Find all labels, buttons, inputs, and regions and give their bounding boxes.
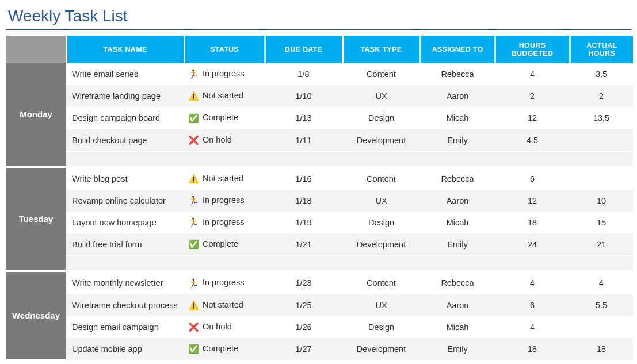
table-row: Revamp online calculator🏃In progress1/18… [6, 190, 633, 212]
table-row: Build free trial form✅Complete1/21Develo… [6, 233, 633, 256]
cell-task-type: Content [342, 63, 420, 85]
cell-hours-budgeted: 24 [495, 233, 570, 256]
header-assigned-to: ASSIGNED TO [420, 36, 495, 63]
header-task-type: TASK TYPE [342, 36, 420, 63]
cell-task-name: Wireframe landing page [66, 85, 184, 107]
cell-due-date: 1/8 [265, 63, 342, 85]
cell-task-type: Design [342, 316, 420, 338]
table-row: Layout new homepage🏃In progress1/19Desig… [6, 212, 633, 233]
spacer-row [6, 152, 633, 167]
cell-status: ❌On hold [184, 129, 265, 152]
cell-hours-budgeted: 6 [495, 167, 570, 190]
cell-assigned-to: Micah [420, 107, 495, 129]
cell-status: ✅Complete [184, 107, 265, 129]
header-hours-budgeted: HOURS BUDGETED [495, 36, 570, 63]
on_hold-icon: ❌ [188, 135, 199, 145]
cell-actual-hours: 2 [570, 85, 633, 107]
cell-assigned-to: Rebecca [420, 271, 495, 294]
status-label: On hold [203, 135, 232, 144]
status-label: In progress [203, 69, 245, 78]
sheet: Weekly Task List TASK NAME STATUS DUE DA… [6, 6, 631, 361]
cell-hours-budgeted: 6 [495, 294, 570, 316]
header-task-name: TASK NAME [66, 36, 184, 63]
cell-due-date: 1/13 [265, 107, 342, 129]
cell-hours-budgeted: 4 [495, 63, 570, 85]
cell-task-type: Development [342, 338, 420, 360]
not_started-icon: ⚠️ [188, 300, 199, 311]
cell-task-name: Build checkout page [66, 129, 184, 152]
cell-status: ✅Complete [184, 338, 265, 360]
table-row: Build checkout page❌On hold1/11Developme… [6, 129, 633, 152]
complete-icon: ✅ [188, 239, 199, 250]
cell-status: 🏃In progress [184, 190, 265, 212]
cell-due-date: 1/21 [265, 233, 342, 256]
cell-task-name: Write blog post [66, 167, 184, 190]
cell-assigned-to: Micah [420, 212, 495, 233]
cell-actual-hours: 21 [570, 233, 633, 256]
cell-task-type: UX [342, 294, 420, 316]
header-row: TASK NAME STATUS DUE DATE TASK TYPE ASSI… [6, 36, 633, 63]
cell-assigned-to: Emily [420, 338, 495, 360]
cell-actual-hours: 13.5 [570, 107, 633, 129]
day-cell: Wednesday [6, 271, 66, 360]
page-title: Weekly Task List [6, 6, 631, 30]
table-row: Wireframe landing page⚠️Not started1/10U… [6, 85, 633, 107]
task-table: TASK NAME STATUS DUE DATE TASK TYPE ASSI… [6, 36, 633, 361]
spacer-row [6, 256, 633, 271]
cell-actual-hours [570, 167, 633, 190]
cell-due-date: 1/11 [265, 129, 342, 152]
cell-due-date: 1/16 [265, 167, 342, 190]
status-label: Complete [203, 113, 238, 122]
cell-due-date: 1/26 [265, 316, 342, 338]
cell-task-name: Wireframe checkout process [66, 294, 184, 316]
cell-due-date: 1/10 [265, 85, 342, 107]
cell-hours-budgeted: 4.5 [495, 129, 570, 152]
cell-hours-budgeted: 4 [495, 271, 570, 294]
cell-task-name: Write monthly newsletter [66, 271, 184, 294]
cell-actual-hours: 4 [570, 271, 633, 294]
table-row: Design email campaign❌On hold1/26DesignM… [6, 316, 633, 338]
status-label: Not started [203, 91, 243, 100]
cell-actual-hours: 10 [570, 190, 633, 212]
cell-actual-hours [570, 316, 633, 338]
cell-assigned-to: Rebecca [420, 63, 495, 85]
header-status: STATUS [184, 36, 265, 63]
header-due-date: DUE DATE [265, 36, 342, 63]
cell-status: ⚠️Not started [184, 294, 265, 316]
cell-status: ⚠️Not started [184, 167, 265, 190]
in_progress-icon: 🏃 [188, 69, 199, 79]
cell-task-name: Layout new homepage [66, 212, 184, 233]
cell-task-type: UX [342, 190, 420, 212]
cell-status: 🏃In progress [184, 271, 265, 294]
cell-assigned-to: Aaron [420, 190, 495, 212]
status-label: In progress [203, 217, 245, 227]
cell-due-date: 1/23 [265, 271, 342, 294]
cell-hours-budgeted: 12 [495, 190, 570, 212]
cell-status: 🏃In progress [184, 63, 265, 85]
cell-assigned-to: Emily [420, 233, 495, 256]
table-row: MondayWrite email series🏃In progress1/8C… [6, 63, 633, 85]
cell-due-date: 1/27 [265, 338, 342, 360]
table-row: Wireframe checkout process⚠️Not started1… [6, 294, 633, 316]
cell-hours-budgeted: 12 [495, 107, 570, 129]
cell-task-type: Content [342, 167, 420, 190]
cell-due-date: 1/18 [265, 190, 342, 212]
cell-actual-hours [570, 129, 633, 152]
day-cell: Tuesday [6, 167, 66, 271]
cell-assigned-to: Aaron [420, 294, 495, 316]
cell-hours-budgeted: 2 [495, 85, 570, 107]
header-actual-hours: ACTUAL HOURS [570, 36, 633, 63]
cell-assigned-to: Micah [420, 316, 495, 338]
cell-actual-hours: 15 [570, 212, 633, 233]
header-day [6, 36, 66, 63]
cell-task-name: Revamp online calculator [66, 190, 184, 212]
table-row: WednesdayWrite monthly newsletter🏃In pro… [6, 271, 633, 294]
table-row: Update mobile app✅Complete1/27Developmen… [6, 338, 633, 360]
status-label: Not started [203, 300, 243, 309]
status-label: In progress [203, 278, 245, 287]
status-label: On hold [203, 322, 232, 331]
cell-task-name: Build free trial form [66, 233, 184, 256]
cell-task-name: Update mobile app [66, 338, 184, 360]
cell-actual-hours: 3.5 [570, 63, 633, 85]
day-cell: Monday [6, 63, 66, 167]
